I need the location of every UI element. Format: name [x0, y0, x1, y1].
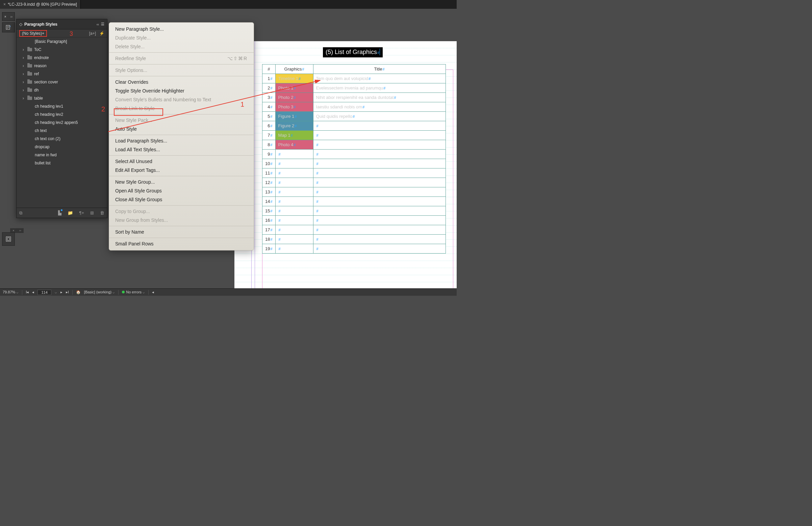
annotation-1: 1 — [241, 101, 244, 108]
style-basic-paragraph[interactable]: [Basic Paragraph] — [17, 38, 107, 46]
style-folder-ref[interactable]: ref — [17, 70, 107, 78]
menu-item-load-paragraph-styles[interactable]: Load Paragraph Styles... — [109, 136, 254, 145]
table-row[interactable]: 9### — [262, 149, 446, 159]
table-row[interactable]: 10### — [262, 159, 446, 169]
current-style-label: (No Styles)+ — [19, 30, 47, 37]
sort-icon: ◇ — [19, 22, 22, 27]
paragraph-styles-panel: ◇ Paragraph Styles ‹‹ ☰ (No Styles)+ [a+… — [16, 19, 107, 218]
new-group-icon[interactable]: 📁 — [68, 210, 73, 215]
style-item[interactable]: ch text con (2) — [17, 135, 107, 143]
close-icon[interactable]: × — [3, 2, 6, 7]
table-row[interactable]: 16### — [262, 216, 446, 225]
status-extra-button[interactable]: ◂ — [152, 290, 154, 294]
graphics-table[interactable]: # Graphics# Title# 1#Timeline 1#Tem quo … — [262, 64, 446, 253]
annotation-highlight-break-link — [114, 108, 163, 116]
table-row[interactable]: 14### — [262, 197, 446, 206]
style-folder-table[interactable]: table — [17, 94, 107, 102]
table-header-row: # Graphics# Title# — [262, 64, 446, 74]
delete-style-icon[interactable]: 🗑 — [100, 210, 104, 215]
table-row[interactable]: 6#Figure 2## — [262, 121, 446, 131]
page-heading[interactable]: (5) List of Graphics# — [323, 47, 383, 57]
panel-footer: ⧉ ▙ 📁 ¶+ ⊞ 🗑 — [17, 208, 107, 218]
document-tab-title: *LC-J23-9.indd @ 80% [GPU Preview] — [8, 2, 77, 7]
style-folder-section-cover[interactable]: section cover — [17, 78, 107, 86]
menu-item-delete-style: Delete Style... — [109, 42, 254, 51]
document-tab[interactable]: × *LC-J23-9.indd @ 80% [GPU Preview] — [0, 0, 81, 9]
last-page-button[interactable]: ▸I — [66, 290, 69, 294]
menu-item-small-panel-rows[interactable]: Small Panel Rows — [109, 239, 254, 248]
style-item[interactable]: ch text — [17, 127, 107, 135]
folder-icon — [27, 48, 32, 51]
current-style-row[interactable]: (No Styles)+ [a+] ⚡ — [17, 29, 107, 38]
override-icon[interactable]: [a+] — [89, 31, 96, 36]
quick-apply-icon[interactable]: ⚡ — [99, 31, 104, 36]
style-item[interactable]: name in fwd — [17, 151, 107, 159]
style-item[interactable]: dropcap — [17, 143, 107, 151]
panel-title: Paragraph Styles — [24, 22, 57, 27]
collapse-icon[interactable]: ‹‹ — [97, 22, 99, 26]
style-item[interactable]: ch heading lev2 — [17, 111, 107, 118]
menu-item-load-all-text-styles[interactable]: Load All Text Styles... — [109, 145, 254, 154]
preflight-status[interactable]: No errors ⌵ — [122, 290, 145, 294]
prev-page-button[interactable]: ◂ — [32, 290, 34, 294]
table-row[interactable]: 15### — [262, 206, 446, 216]
menu-item-toggle-style-override-highlighter[interactable]: Toggle Style Override Highlighter — [109, 86, 254, 95]
style-item[interactable]: ch heading lev1 — [17, 102, 107, 111]
panel-menu-icon[interactable]: ☰ — [101, 22, 104, 26]
menu-item-new-paragraph-style[interactable]: New Paragraph Style... — [109, 25, 254, 33]
menu-item-new-style-group[interactable]: New Style Group... — [109, 178, 254, 186]
layer-indicator[interactable]: [Basic] (working) ⌵ — [84, 290, 115, 294]
table-row[interactable]: 1#Timeline 1#Tem quo dem aut volupicid# — [262, 74, 446, 83]
folder-icon — [27, 64, 32, 68]
style-item[interactable]: bullet list — [17, 159, 107, 167]
menu-item-open-all-style-groups[interactable]: Open All Style Groups — [109, 186, 254, 195]
menu-item-redefine-style: Redefine Style⌥⇧⌘R — [109, 54, 254, 63]
map-to-style-icon[interactable]: ⧉ — [19, 210, 22, 216]
svg-rect-2 — [7, 238, 10, 240]
style-folder-ToC[interactable]: ToC — [17, 46, 107, 54]
open-doc-icon[interactable]: 🏠 — [76, 290, 81, 294]
menu-item-new-group-from-styles: New Group from Styles... — [109, 216, 254, 224]
table-row[interactable]: 4#Photo 3#Iaestiu sdandi nobis om# — [262, 102, 446, 112]
new-style-icon[interactable]: ⊞ — [90, 210, 94, 215]
menu-item-convert-style-s-bullets-and-numbering-to-text: Convert Style's Bullets and Numbering to… — [109, 95, 254, 104]
table-row[interactable]: 17### — [262, 225, 446, 235]
style-folder-reason[interactable]: reason — [17, 62, 107, 70]
table-row[interactable]: 11### — [262, 169, 446, 178]
menu-item-edit-all-export-tags[interactable]: Edit All Export Tags... — [109, 166, 254, 175]
zoom-level[interactable]: 79.87% ⌵ — [3, 290, 18, 294]
table-row[interactable]: 8#Photo 4## — [262, 140, 446, 149]
menu-item-new-style-pack: New Style Pack... — [109, 116, 254, 125]
page-dropdown[interactable]: ⌵ — [55, 290, 57, 294]
menu-item-sort-by-name[interactable]: Sort by Name — [109, 228, 254, 236]
links-dock-icon[interactable] — [2, 232, 15, 246]
menu-item-auto-style[interactable]: Auto Style — [109, 125, 254, 133]
table-row[interactable]: 2#Photo 1#Evelessectem invenia ad parumq… — [262, 83, 446, 93]
first-page-button[interactable]: I◂ — [26, 290, 29, 294]
document-page[interactable]: (5) List of Graphics# # Graphics# Title#… — [234, 41, 457, 290]
style-folder-endnote[interactable]: endnote — [17, 54, 107, 62]
clear-override-icon[interactable]: ¶+ — [79, 210, 84, 215]
table-row[interactable]: 7#Map 1## — [262, 131, 446, 140]
table-row[interactable]: 5#Figure 1#Quid quidis repello# — [262, 112, 446, 121]
style-folder-dh[interactable]: dh — [17, 86, 107, 94]
menu-item-clear-overrides[interactable]: Clear Overrides — [109, 78, 254, 86]
menu-item-select-all-unused[interactable]: Select All Unused — [109, 157, 254, 166]
table-row[interactable]: 19### — [262, 244, 446, 253]
table-row[interactable]: 18### — [262, 235, 446, 244]
style-item[interactable]: ch heading lev2 appen5 — [17, 118, 107, 127]
table-row[interactable]: 3#Photo 2#Nihit abor rerspienihil ea san… — [262, 93, 446, 102]
menu-item-style-options: Style Options... — [109, 66, 254, 75]
menu-item-copy-to-group: Copy to Group... — [109, 207, 254, 216]
table-row[interactable]: 13### — [262, 187, 446, 197]
panel-strip[interactable]: ×›› — [2, 12, 15, 21]
page-field[interactable]: 114 — [38, 290, 51, 295]
next-page-button[interactable]: ▸ — [60, 290, 62, 294]
paragraph-styles-dock-icon[interactable] — [2, 22, 15, 32]
document-tab-bar: × *LC-J23-9.indd @ 80% [GPU Preview] — [0, 0, 457, 9]
cc-libraries-icon[interactable]: ▙ — [58, 210, 61, 215]
folder-icon — [27, 72, 32, 76]
menu-item-close-all-style-groups[interactable]: Close All Style Groups — [109, 195, 254, 204]
panel-header[interactable]: ◇ Paragraph Styles ‹‹ ☰ — [17, 19, 107, 29]
table-row[interactable]: 12### — [262, 178, 446, 187]
